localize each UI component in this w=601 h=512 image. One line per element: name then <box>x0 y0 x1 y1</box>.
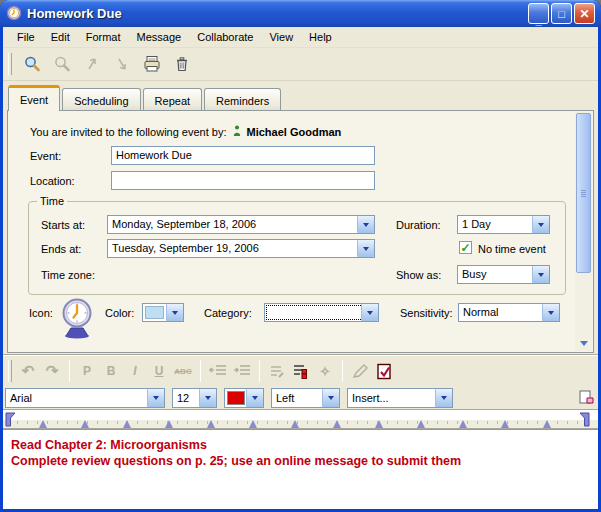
tab-event[interactable]: Event <box>8 85 60 111</box>
no-time-checkbox[interactable]: ✓ <box>459 241 472 254</box>
font-size-select[interactable]: 12 <box>172 388 217 408</box>
tab-reminders[interactable]: Reminders <box>204 88 281 110</box>
time-group-legend: Time <box>37 195 67 207</box>
chevron-down-icon[interactable] <box>542 304 559 321</box>
body-line: Complete review questions on p. 25; use … <box>11 453 590 469</box>
insert-select[interactable]: Insert... <box>347 388 453 408</box>
left-margin-marker[interactable] <box>5 412 17 429</box>
time-zone-label: Time zone: <box>41 269 95 281</box>
tab-strip: Event Scheduling Repeat Reminders <box>8 84 594 110</box>
menu-format[interactable]: Format <box>78 29 129 45</box>
insert-symbol-icon: ✧ <box>314 359 336 383</box>
format-toolbar-grip[interactable] <box>8 360 12 382</box>
menu-file[interactable]: File <box>9 29 43 45</box>
format-toolbar: ↶ ↷ P B I U ABC ✧ <box>3 355 598 386</box>
pencil-icon <box>349 359 371 383</box>
maximize-button[interactable]: □ <box>551 3 572 24</box>
window-title: Homework Due <box>27 6 523 21</box>
right-margin-marker[interactable] <box>578 412 590 429</box>
event-label: Event: <box>30 150 61 162</box>
spell-check-icon[interactable] <box>373 359 395 383</box>
chevron-down-icon[interactable] <box>166 304 183 321</box>
body-line: Read Chapter 2: Microorganisms <box>11 437 590 453</box>
chevron-down-icon[interactable] <box>199 389 216 407</box>
invite-row: You are invited to the following event b… <box>30 125 341 139</box>
location-label: Location: <box>30 175 75 187</box>
ruler <box>3 409 598 429</box>
chevron-down-icon[interactable] <box>357 240 374 257</box>
delete-icon[interactable] <box>169 51 195 77</box>
chevron-down-icon[interactable] <box>532 266 549 283</box>
find-next-icon <box>49 51 75 77</box>
ends-at-select[interactable]: Tuesday, September 19, 2006 <box>107 239 375 258</box>
duration-select[interactable]: 1 Day <box>457 215 550 234</box>
title-bar[interactable]: Homework Due _ □ ✕ <box>0 0 601 27</box>
time-group: Time Starts at: Monday, September 18, 20… <box>28 201 566 295</box>
menu-help[interactable]: Help <box>301 29 340 45</box>
italic-icon: I <box>124 359 146 383</box>
font-bar: Arial 12 Left Insert... <box>3 386 598 409</box>
arrow-up-icon <box>79 51 105 77</box>
close-button[interactable]: ✕ <box>574 3 595 24</box>
chevron-down-icon[interactable] <box>246 389 263 407</box>
font-name-select[interactable]: Arial <box>5 388 165 408</box>
person-icon <box>233 125 241 139</box>
color-select[interactable] <box>142 303 184 322</box>
event-input[interactable]: Homework Due <box>111 146 375 165</box>
insert-fields-icon[interactable] <box>290 359 312 383</box>
chevron-down-icon[interactable] <box>435 389 452 407</box>
sensitivity-select[interactable]: Normal <box>458 303 560 322</box>
show-as-label: Show as: <box>396 269 441 281</box>
tab-repeat[interactable]: Repeat <box>143 88 202 110</box>
ends-at-label: Ends at: <box>41 243 81 255</box>
strikethrough-icon: ABC <box>172 359 194 383</box>
main-toolbar <box>3 48 598 81</box>
clock-window-icon <box>6 5 22 23</box>
event-tab-panel: You are invited to the following event b… <box>7 110 594 353</box>
starts-at-label: Starts at: <box>41 219 85 231</box>
ruler-tab-stops[interactable] <box>17 421 578 424</box>
undo-icon: ↶ <box>17 359 39 383</box>
check-icon: ✓ <box>460 243 470 253</box>
plain-text-icon: P <box>76 359 98 383</box>
chevron-down-icon[interactable] <box>357 216 374 233</box>
scrollbar-thumb[interactable] <box>576 113 591 273</box>
organizer-name: Michael Goodman <box>247 126 342 138</box>
show-as-select[interactable]: Busy <box>457 265 550 284</box>
bold-icon: B <box>100 359 122 383</box>
attach-note-icon[interactable] <box>578 389 594 407</box>
invite-text: You are invited to the following event b… <box>30 126 227 138</box>
menu-edit[interactable]: Edit <box>43 29 78 45</box>
chevron-down-icon[interactable] <box>532 216 549 233</box>
minimize-button[interactable]: _ <box>528 3 549 24</box>
edit-html-icon <box>266 359 288 383</box>
sensitivity-label: Sensitivity: <box>400 307 453 319</box>
location-input[interactable] <box>111 171 375 190</box>
chevron-down-icon[interactable] <box>322 389 339 407</box>
menu-collaborate[interactable]: Collaborate <box>189 29 261 45</box>
no-time-label: No time event <box>478 243 546 255</box>
vertical-scrollbar[interactable] <box>575 112 592 351</box>
event-window: Homework Due _ □ ✕ File Edit Format Mess… <box>0 0 601 512</box>
color-swatch <box>145 306 164 319</box>
arrow-down-icon <box>109 51 135 77</box>
category-label: Category: <box>204 307 252 319</box>
icon-label: Icon: <box>29 307 53 319</box>
toolbar-grip[interactable] <box>8 53 12 75</box>
chevron-down-icon[interactable] <box>361 304 378 321</box>
menu-message[interactable]: Message <box>129 29 190 45</box>
print-icon[interactable] <box>139 51 165 77</box>
message-body[interactable]: Read Chapter 2: Microorganisms Complete … <box>3 429 598 509</box>
font-color-select[interactable] <box>224 388 264 408</box>
category-select[interactable] <box>264 303 379 322</box>
outdent-icon <box>207 359 229 383</box>
scroll-down-icon[interactable] <box>576 335 591 351</box>
starts-at-select[interactable]: Monday, September 18, 2006 <box>107 215 375 234</box>
find-icon[interactable] <box>19 51 45 77</box>
color-label: Color: <box>105 307 134 319</box>
tab-scheduling[interactable]: Scheduling <box>62 88 140 110</box>
underline-icon: U <box>148 359 170 383</box>
menu-view[interactable]: View <box>261 29 301 45</box>
chevron-down-icon[interactable] <box>147 389 164 407</box>
alignment-select[interactable]: Left <box>271 388 340 408</box>
